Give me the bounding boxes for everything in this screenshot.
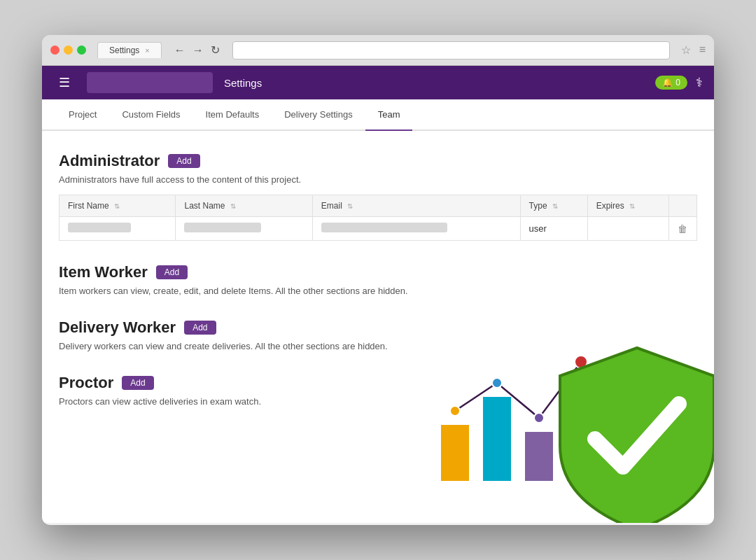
nav-icons: ☆ ≡: [681, 43, 706, 57]
app-header: ☰ Settings 🔔 0 ⚕: [42, 66, 714, 99]
col-expires: Expires ⇅: [587, 195, 668, 217]
col-actions: [669, 195, 697, 217]
forward-button[interactable]: →: [191, 43, 205, 58]
cell-expires: [587, 217, 668, 241]
administrator-add-button[interactable]: Add: [168, 154, 200, 168]
administrator-description: Administrators have full access to the c…: [59, 174, 697, 185]
app-search-input[interactable]: [87, 72, 213, 93]
sort-icon-email[interactable]: ⇅: [347, 202, 353, 210]
chart-svg: [434, 341, 616, 481]
col-type: Type ⇅: [520, 195, 587, 217]
bar-2: [483, 397, 511, 481]
nav-buttons: ← → ↻: [173, 42, 221, 58]
tab-label: Settings: [109, 46, 139, 55]
delivery-worker-section: Delivery Worker Add Delivery workers can…: [59, 318, 697, 351]
chart-dot-4: [575, 356, 587, 368]
refresh-button[interactable]: ↻: [209, 42, 221, 58]
address-bar[interactable]: [232, 41, 670, 59]
header-right: 🔔 0 ⚕: [655, 75, 703, 90]
menu-icon[interactable]: ≡: [699, 43, 706, 57]
item-worker-section: Item Worker Add Item workers can view, c…: [59, 263, 697, 296]
table-row: user 🗑: [59, 217, 697, 241]
bookmark-icon[interactable]: ☆: [681, 43, 691, 57]
app-title: Settings: [224, 77, 262, 89]
tab-close-icon[interactable]: ×: [145, 46, 149, 55]
chart-dot-1: [450, 406, 460, 416]
chart-dot-3: [534, 413, 544, 423]
browser-window: Settings × ← → ↻ ☆ ≡ ☰ Settings 🔔 0 ⚕ Pr…: [42, 35, 714, 525]
administrator-title: Administrator: [59, 152, 160, 170]
tabs-bar: Project Custom Fields Item Defaults Deli…: [42, 99, 714, 131]
tab-custom-fields[interactable]: Custom Fields: [109, 99, 192, 131]
title-bar: Settings × ← → ↻ ☆ ≡: [42, 35, 714, 66]
notification-count: 0: [676, 78, 680, 88]
tab-project[interactable]: Project: [56, 99, 109, 131]
shield-svg: [546, 341, 714, 523]
cell-email: [312, 217, 520, 241]
back-button[interactable]: ←: [173, 43, 187, 58]
col-email: Email ⇅: [312, 195, 520, 217]
cell-type: user: [520, 217, 587, 241]
cell-first-name: [59, 217, 176, 241]
administrator-header: Administrator Add: [59, 152, 697, 170]
shield-decoration: [546, 341, 714, 523]
close-button[interactable]: [50, 46, 59, 55]
proctor-add-button[interactable]: Add: [122, 376, 153, 390]
tab-delivery-settings[interactable]: Delivery Settings: [272, 99, 365, 131]
notification-badge[interactable]: 🔔 0: [655, 76, 687, 90]
col-first-name: First Name ⇅: [59, 195, 176, 217]
hamburger-button[interactable]: ☰: [53, 72, 76, 93]
sort-icon-first-name[interactable]: ⇅: [114, 202, 120, 210]
item-worker-header: Item Worker Add: [59, 263, 697, 281]
chart-decoration: [434, 341, 672, 509]
tab-team[interactable]: Team: [365, 99, 413, 131]
delivery-worker-title: Delivery Worker: [59, 318, 176, 337]
sort-icon-type[interactable]: ⇅: [552, 202, 558, 210]
sort-icon-last-name[interactable]: ⇅: [230, 202, 236, 210]
item-worker-title: Item Worker: [59, 263, 148, 281]
minimize-button[interactable]: [64, 46, 73, 55]
cell-delete: 🗑: [669, 217, 697, 241]
bar-4: [567, 411, 595, 481]
tab-item-defaults[interactable]: Item Defaults: [193, 99, 272, 131]
proctor-section: Proctor Add Proctors can view active del…: [59, 374, 697, 407]
browser-tab[interactable]: Settings ×: [97, 42, 162, 58]
user-icon-button[interactable]: ⚕: [696, 75, 703, 90]
traffic-lights: [50, 46, 86, 55]
col-last-name: Last Name ⇅: [176, 195, 312, 217]
bell-icon: 🔔: [662, 78, 673, 88]
checkmark-icon: [595, 404, 679, 467]
proctor-description: Proctors can view active deliveries in e…: [59, 396, 697, 407]
bar-3: [525, 432, 553, 481]
sort-icon-expires[interactable]: ⇅: [629, 202, 635, 210]
proctor-title: Proctor: [59, 374, 113, 392]
table-header-row: First Name ⇅ Last Name ⇅ Email ⇅ Type ⇅ …: [59, 195, 697, 217]
bar-1: [441, 425, 469, 481]
item-worker-description: Item workers can view, create, edit, and…: [59, 286, 697, 296]
delivery-worker-header: Delivery Worker Add: [59, 318, 697, 337]
delete-row-button[interactable]: 🗑: [678, 223, 687, 234]
administrator-section: Administrator Add Administrators have fu…: [59, 152, 697, 241]
cell-last-name: [176, 217, 312, 241]
delivery-worker-description: Delivery workers can view and create del…: [59, 341, 697, 351]
item-worker-add-button[interactable]: Add: [156, 265, 188, 279]
delivery-worker-add-button[interactable]: Add: [184, 321, 216, 335]
main-content: Administrator Add Administrators have fu…: [42, 131, 714, 523]
administrator-table: First Name ⇅ Last Name ⇅ Email ⇅ Type ⇅ …: [59, 195, 697, 241]
maximize-button[interactable]: [77, 46, 86, 55]
proctor-header: Proctor Add: [59, 374, 697, 392]
